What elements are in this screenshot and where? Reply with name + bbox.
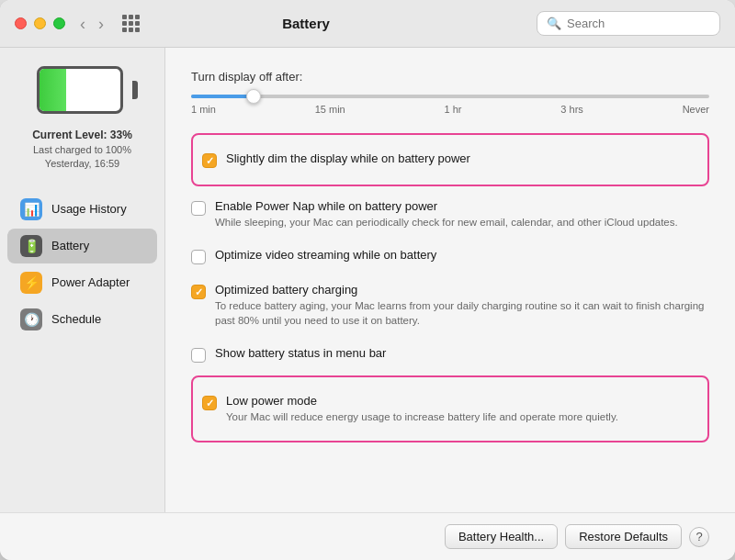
optimized-charging-label: Optimized battery charging bbox=[215, 283, 709, 297]
sidebar-item-schedule[interactable]: 🕐 Schedule bbox=[7, 302, 157, 337]
usage-history-icon: 📊 bbox=[20, 198, 42, 220]
restore-defaults-button[interactable]: Restore Defaults bbox=[565, 524, 682, 549]
power-nap-desc: While sleeping, your Mac can periodicall… bbox=[215, 215, 709, 230]
maximize-button[interactable] bbox=[53, 17, 65, 29]
menu-bar-text: Show battery status in menu bar bbox=[215, 346, 709, 360]
video-streaming-text: Optimize video streaming while on batter… bbox=[215, 248, 709, 262]
slider-thumb[interactable] bbox=[246, 89, 261, 104]
content-area: Current Level: 33% Last charged to 100%Y… bbox=[0, 48, 735, 512]
sidebar-item-label: Schedule bbox=[51, 312, 101, 326]
sidebar-item-usage-history[interactable]: 📊 Usage History bbox=[7, 192, 157, 227]
power-nap-label: Enable Power Nap while on battery power bbox=[215, 199, 709, 213]
low-power-highlight: Low power mode Your Mac will reduce ener… bbox=[191, 375, 709, 442]
video-streaming-checkbox[interactable] bbox=[191, 250, 206, 264]
option-optimized-charging: Optimized battery charging To reduce bat… bbox=[191, 274, 709, 337]
low-power-text: Low power mode Your Mac will reduce ener… bbox=[226, 394, 698, 424]
titlebar: ‹ › Battery 🔍 bbox=[0, 0, 735, 48]
footer: Battery Health... Restore Defaults ? bbox=[0, 512, 735, 560]
option-video-streaming: Optimize video streaming while on batter… bbox=[191, 239, 709, 274]
slider-fill bbox=[191, 95, 254, 98]
tick-15min: 15 min bbox=[315, 104, 345, 115]
system-preferences-window: ‹ › Battery 🔍 Curre bbox=[0, 0, 735, 560]
tick-3hrs: 3 hrs bbox=[560, 104, 582, 115]
power-nap-checkbox[interactable] bbox=[191, 201, 206, 216]
sidebar-items: 📊 Usage History 🔋 Battery ⚡ Power Adapte… bbox=[0, 190, 164, 339]
battery-health-button[interactable]: Battery Health... bbox=[445, 524, 558, 549]
battery-body bbox=[37, 66, 123, 114]
help-button[interactable]: ? bbox=[689, 527, 709, 547]
tick-1min: 1 min bbox=[191, 104, 216, 115]
battery-level: Current Level: 33% bbox=[32, 129, 132, 141]
search-bar[interactable]: 🔍 bbox=[537, 11, 720, 36]
menu-bar-checkbox[interactable] bbox=[191, 348, 206, 363]
power-nap-text: Enable Power Nap while on battery power … bbox=[215, 199, 709, 230]
menu-bar-label: Show battery status in menu bar bbox=[215, 346, 709, 360]
option-low-power: Low power mode Your Mac will reduce ener… bbox=[202, 385, 698, 433]
slider-container: Turn display off after: 1 min 15 min 1 h… bbox=[191, 70, 709, 115]
slider-track[interactable] bbox=[191, 95, 709, 98]
dim-display-text: Slightly dim the display while on batter… bbox=[226, 151, 698, 165]
power-adapter-icon: ⚡ bbox=[20, 272, 42, 294]
option-menu-bar: Show battery status in menu bar bbox=[191, 337, 709, 372]
sidebar-item-power-adapter[interactable]: ⚡ Power Adapter bbox=[7, 265, 157, 300]
minimize-button[interactable] bbox=[34, 17, 46, 29]
tick-1hr: 1 hr bbox=[445, 104, 462, 115]
dim-display-highlight: Slightly dim the display while on batter… bbox=[191, 133, 709, 186]
low-power-checkbox[interactable] bbox=[202, 396, 217, 410]
battery-icon-container bbox=[37, 66, 129, 114]
sidebar: Current Level: 33% Last charged to 100%Y… bbox=[0, 48, 165, 512]
sidebar-item-label: Power Adapter bbox=[51, 275, 130, 289]
battery-tip bbox=[132, 81, 138, 99]
battery-fill bbox=[40, 69, 66, 111]
dim-display-label: Slightly dim the display while on batter… bbox=[226, 151, 698, 165]
optimized-charging-desc: To reduce battery aging, your Mac learns… bbox=[215, 298, 709, 328]
optimized-charging-text: Optimized battery charging To reduce bat… bbox=[215, 283, 709, 328]
tick-never: Never bbox=[683, 104, 709, 115]
battery-graphic bbox=[37, 66, 129, 114]
battery-icon: 🔋 bbox=[20, 235, 42, 257]
slider-label: Turn display off after: bbox=[191, 70, 709, 84]
search-icon: 🔍 bbox=[547, 17, 561, 30]
window-title: Battery bbox=[75, 16, 537, 31]
close-button[interactable] bbox=[15, 17, 27, 29]
schedule-icon: 🕐 bbox=[20, 308, 42, 330]
sidebar-item-battery[interactable]: 🔋 Battery bbox=[7, 229, 157, 263]
dim-display-checkbox[interactable] bbox=[202, 153, 217, 168]
low-power-desc: Your Mac will reduce energy usage to inc… bbox=[226, 409, 698, 424]
option-dim-display: Slightly dim the display while on batter… bbox=[202, 142, 698, 177]
sidebar-item-label: Battery bbox=[51, 239, 89, 252]
sidebar-item-label: Usage History bbox=[51, 202, 127, 216]
traffic-lights bbox=[15, 17, 65, 29]
main-panel: Turn display off after: 1 min 15 min 1 h… bbox=[165, 48, 735, 512]
option-power-nap: Enable Power Nap while on battery power … bbox=[191, 190, 709, 239]
video-streaming-label: Optimize video streaming while on batter… bbox=[215, 248, 709, 262]
slider-track-wrapper[interactable] bbox=[191, 95, 709, 98]
slider-ticks: 1 min 15 min 1 hr 3 hrs Never bbox=[191, 104, 709, 115]
search-input[interactable] bbox=[567, 17, 710, 30]
battery-charged: Last charged to 100%Yesterday, 16:59 bbox=[33, 143, 131, 172]
optimized-charging-checkbox[interactable] bbox=[191, 285, 206, 299]
low-power-label: Low power mode bbox=[226, 394, 698, 408]
